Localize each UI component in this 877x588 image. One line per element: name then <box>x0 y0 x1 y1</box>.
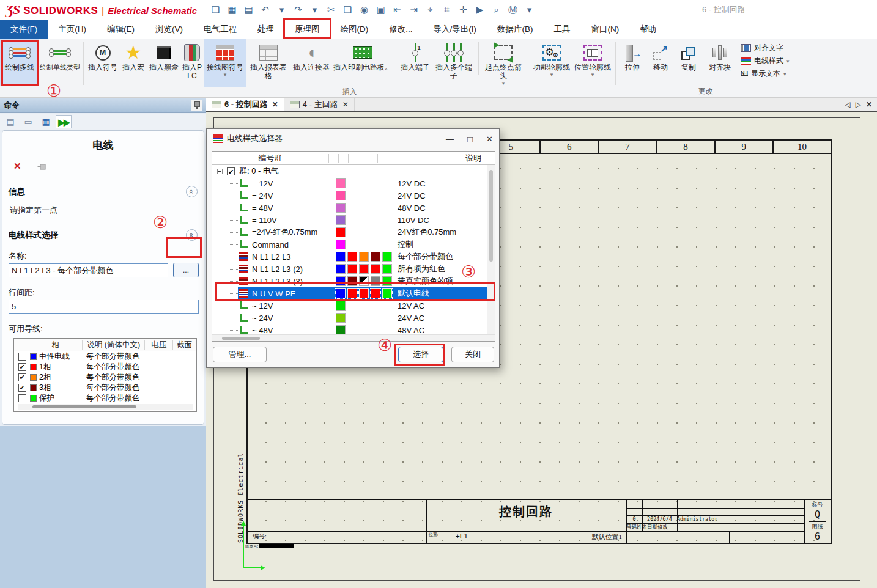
wire-checkbox[interactable] <box>18 353 26 361</box>
wire-style-row[interactable]: ~ 24V 24V AC <box>212 312 495 324</box>
wire-style-row[interactable]: ~ 12V 12V AC <box>212 300 495 312</box>
wire-style-row[interactable]: = 24V 24V DC <box>212 189 495 202</box>
redo-dropdown-icon[interactable]: ▾ <box>307 2 322 17</box>
collapse-chevron-icon[interactable] <box>186 186 198 197</box>
wire-style-row[interactable]: = 48V 48V DC <box>212 202 495 214</box>
macro-m-icon[interactable]: Ⓜ <box>505 2 520 17</box>
insert-blackbox-button[interactable]: 插入黑盒 <box>147 39 180 87</box>
function-outline-button[interactable]: 功能轮廓线 ▾ <box>531 39 572 87</box>
list-hscrollbar[interactable] <box>212 334 495 341</box>
wire-style-row[interactable]: = 110V 110V DC <box>212 214 495 226</box>
wire-checkbox[interactable] <box>18 373 26 381</box>
wire-style-row[interactable]: =24V-红色0.75mm 24V红色0.75mm <box>212 226 495 238</box>
wire-row[interactable]: 1相 每个部分带颜色 <box>14 362 196 372</box>
insert-macro-button[interactable]: ★ 插入宏 <box>119 39 147 87</box>
copy-button[interactable]: 复制 <box>675 39 703 86</box>
origin-destination-arrows-button[interactable]: 起点终点箭头 ▾ <box>481 39 525 87</box>
wire-checkbox[interactable] <box>18 363 26 371</box>
insert-multiple-terminals-button[interactable]: 插入多个端子 <box>432 39 476 87</box>
import-page-icon[interactable]: ⇤ <box>390 2 405 17</box>
browse-wire-style-button[interactable]: ... <box>173 263 199 277</box>
maximize-icon[interactable] <box>467 134 473 144</box>
manage-button[interactable]: 管理... <box>213 347 267 362</box>
more-dropdown-icon[interactable]: ▾ <box>522 2 537 17</box>
minimize-icon[interactable] <box>446 134 454 144</box>
table-hscrollbar[interactable] <box>18 404 193 410</box>
search-icon[interactable]: ⌕ <box>489 2 504 17</box>
menu-item[interactable]: 浏览(V) <box>145 20 193 39</box>
copy-special-icon[interactable]: ◉ <box>357 2 372 17</box>
select-run-icon[interactable]: ▶ <box>472 2 487 17</box>
menu-item[interactable]: 绘图(D) <box>330 20 379 39</box>
menu-item[interactable]: 帮助 <box>629 20 667 39</box>
wire-style-row[interactable]: N L1 L2 L3 (2) 所有项为红色 <box>212 263 495 275</box>
menu-item[interactable]: 文件(F) <box>0 20 48 39</box>
wire-style-row[interactable]: = 12V 12V DC <box>212 177 495 189</box>
draw-multiwire-button[interactable]: 绘制多线 <box>0 39 39 86</box>
wire-row[interactable]: 2相 每个部分带颜色 <box>14 372 196 383</box>
wire-checkbox[interactable] <box>18 384 26 392</box>
close-icon[interactable] <box>486 134 493 144</box>
insert-terminal-button[interactable]: 插入端子 <box>399 39 432 87</box>
close-tab-icon[interactable]: ✕ <box>272 100 278 109</box>
insert-connector-button[interactable]: ◖ 插入连接器 <box>290 39 332 87</box>
tab-main-circuit[interactable]: 4 - 主回路 ✕ <box>284 98 355 111</box>
wiring-diagram-symbol-button[interactable]: 接线图符号 ▾ <box>204 39 246 87</box>
insert-pcb-button[interactable]: 插入印刷电路板。 <box>332 39 393 87</box>
align-blocks-button[interactable]: 对齐块 <box>703 39 737 86</box>
wire-style-row[interactable]: Command 控制 <box>212 238 495 251</box>
panel-pin-button[interactable] <box>191 100 202 111</box>
save-icon[interactable]: ▦ <box>224 2 240 17</box>
menu-item[interactable]: 导入/导出(I) <box>423 20 487 39</box>
undo-icon[interactable]: ↶ <box>257 2 273 17</box>
menu-item[interactable]: 编辑(E) <box>97 20 145 39</box>
table-tool-icon[interactable]: ▦ <box>38 115 54 128</box>
move-button[interactable]: 移动 <box>646 39 675 86</box>
tab-close-icon[interactable]: ✕ <box>866 100 872 109</box>
wire-row[interactable]: 中性电线 每个部分带颜色 <box>14 351 196 362</box>
export-page-icon[interactable]: ⇥ <box>406 2 421 17</box>
undo-dropdown-icon[interactable]: ▾ <box>274 2 289 17</box>
zoom-icon[interactable]: ⌖ <box>423 2 438 17</box>
zoom-window-icon[interactable]: ⌗ <box>439 2 454 17</box>
stretch-button[interactable]: 拉伸 <box>618 39 646 86</box>
cancel-command-icon[interactable]: ✕ <box>13 161 21 172</box>
dialog-titlebar[interactable]: 电线样式选择器 <box>207 129 499 149</box>
wire-row[interactable]: 保护 每个部分带颜色 <box>14 393 196 403</box>
wire-style-button[interactable]: 电线样式 ▾ <box>741 56 790 66</box>
collapse-chevron-icon[interactable] <box>186 229 198 241</box>
menu-item[interactable]: 修改... <box>379 20 423 39</box>
copy-icon[interactable]: ❏ <box>340 2 355 17</box>
wire-style-row[interactable]: N L1 L2 L3 每个部分带颜色 <box>212 251 495 263</box>
wire-style-row[interactable]: N L1 L2 L3 (3) 带真实颜色的项 <box>212 275 495 287</box>
collapse-expander-icon[interactable] <box>217 169 223 174</box>
menu-item[interactable]: 数据库(B) <box>487 20 544 39</box>
paste-icon[interactable]: ▣ <box>373 2 388 17</box>
print-icon[interactable]: ▤ <box>241 2 256 17</box>
wire-style-name-input[interactable]: N L1 L2 L3 - 每个部分带颜色 <box>9 263 168 277</box>
location-outline-button[interactable]: 位置轮廓线 ▾ <box>572 39 613 87</box>
menu-item[interactable]: 原理图 <box>284 20 330 39</box>
insert-symbol-button[interactable]: M 插入符号 <box>86 39 119 87</box>
menu-item[interactable]: 工具 <box>544 20 581 39</box>
tab-control-circuit[interactable]: 6 - 控制回路 ✕ <box>206 98 284 111</box>
pan-icon[interactable]: ✛ <box>456 2 471 17</box>
display-text-button[interactable]: 显示文本 ▾ <box>741 68 790 79</box>
close-tab-icon[interactable]: ✕ <box>342 100 349 109</box>
line-spacing-input[interactable]: 5 <box>9 300 199 314</box>
wire-style-row[interactable]: N U V W PE 默认电线 <box>212 287 495 300</box>
group-root-row[interactable]: 群: 0 - 电气 <box>212 165 495 177</box>
group-checkbox[interactable] <box>227 167 235 175</box>
list-vscrollbar[interactable] <box>487 165 495 335</box>
menu-item[interactable]: 窗口(N) <box>581 20 630 39</box>
insert-plc-button[interactable]: 插入PLC <box>180 39 204 87</box>
align-text-button[interactable]: 对齐文字 <box>741 43 790 53</box>
close-button[interactable]: 关闭 <box>451 347 494 362</box>
redo-icon[interactable]: ↷ <box>290 2 306 17</box>
pages-icon[interactable]: ❏ <box>208 2 223 17</box>
cut-icon[interactable]: ✂ <box>324 2 339 17</box>
tab-scroll-right-icon[interactable]: ▷ <box>856 100 861 109</box>
wire-checkbox[interactable] <box>18 394 26 402</box>
pin-command-icon[interactable] <box>37 163 46 170</box>
sheet-tool-icon[interactable]: ▤ <box>2 115 18 128</box>
